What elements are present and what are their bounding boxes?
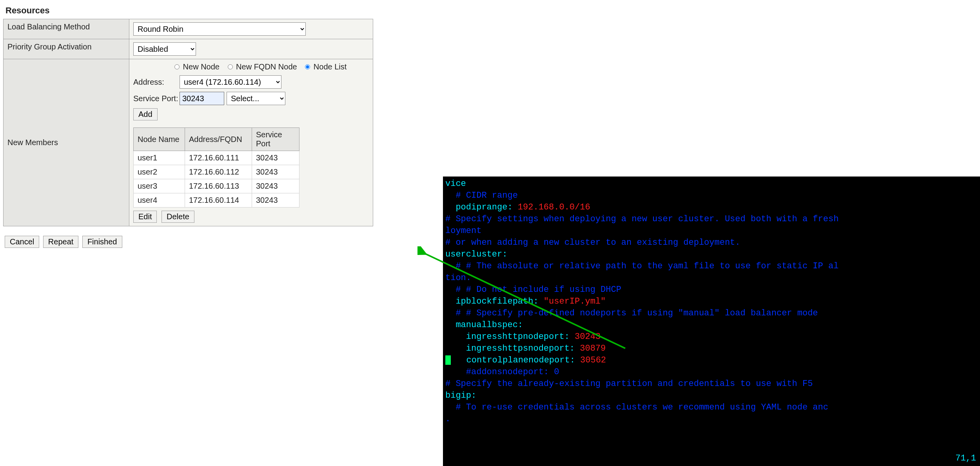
- edit-button[interactable]: Edit: [133, 211, 157, 223]
- add-button[interactable]: Add: [133, 108, 158, 120]
- terminal-line: # Specify the already-existing partition…: [445, 378, 978, 390]
- radio-new-node[interactable]: [174, 64, 180, 69]
- delete-button[interactable]: Delete: [162, 211, 194, 223]
- radio-new-node-label: New Node: [183, 62, 220, 71]
- terminal-line: ingresshttpnodeport: 30243: [445, 331, 978, 343]
- terminal-line: # # Specify pre-defined nodeports if usi…: [445, 308, 978, 319]
- terminal-line: # or when adding a new cluster to an exi…: [445, 237, 978, 249]
- cancel-button[interactable]: Cancel: [5, 236, 39, 248]
- terminal-line: # # The absolute or relative path to the…: [445, 260, 978, 272]
- pga-label: Priority Group Activation: [4, 39, 129, 59]
- members-header-1: Address/FQDN: [185, 128, 252, 151]
- terminal-line: .: [445, 413, 978, 425]
- radio-node-list[interactable]: [305, 64, 310, 69]
- resources-panel: Resources Load Balancing Method Round Ro…: [3, 4, 373, 250]
- members-table: Node NameAddress/FQDNService Port user11…: [133, 127, 299, 208]
- form-table: Load Balancing Method Round Robin Priori…: [3, 19, 373, 226]
- table-row[interactable]: user2172.16.60.11230243: [134, 165, 299, 179]
- table-row[interactable]: user1172.16.60.11130243: [134, 151, 299, 165]
- terminal-line: # To re-use credentials across clusters …: [445, 402, 978, 413]
- cell-addr: 172.16.60.114: [185, 193, 252, 208]
- terminal-line: ipblockfilepath: "userIP.yml": [445, 296, 978, 308]
- cell-port: 30243: [252, 151, 299, 165]
- terminal-line: manuallbspec:: [445, 319, 978, 331]
- radio-node-list-label: Node List: [314, 62, 347, 71]
- terminal: vice # CIDR range podiprange: 192.168.0.…: [443, 177, 980, 466]
- terminal-line: # CIDR range: [445, 190, 978, 202]
- members-header-0: Node Name: [134, 128, 185, 151]
- repeat-button[interactable]: Repeat: [43, 236, 79, 248]
- cell-name: user2: [134, 165, 185, 179]
- members-header-2: Service Port: [252, 128, 299, 151]
- terminal-line: vice: [445, 178, 978, 190]
- terminal-cursor-pos: 71,1: [955, 453, 976, 464]
- terminal-line: ingresshttpsnodeport: 30879: [445, 343, 978, 355]
- service-port-select[interactable]: Select...: [227, 92, 285, 105]
- terminal-line: bigip:: [445, 390, 978, 402]
- terminal-line: podiprange: 192.168.0.0/16: [445, 202, 978, 213]
- terminal-line: controlplanenodeport: 30562: [445, 355, 978, 366]
- table-row[interactable]: user3172.16.60.11330243: [134, 179, 299, 193]
- table-row[interactable]: user4172.16.60.11430243: [134, 193, 299, 208]
- cell-port: 30243: [252, 165, 299, 179]
- terminal-cursor: [445, 355, 451, 365]
- terminal-line: loyment: [445, 225, 978, 237]
- cell-addr: 172.16.60.113: [185, 179, 252, 193]
- cell-addr: 172.16.60.112: [185, 165, 252, 179]
- terminal-line: tion.: [445, 272, 978, 284]
- terminal-line: # Specify settings when deploying a new …: [445, 213, 978, 225]
- radio-new-fqdn-label: New FQDN Node: [236, 62, 297, 71]
- footer-buttons: Cancel Repeat Finished: [3, 233, 373, 250]
- terminal-line: #addonsnodeport: 0: [445, 366, 978, 378]
- cell-name: user4: [134, 193, 185, 208]
- lb-method-label: Load Balancing Method: [4, 19, 129, 39]
- finished-button[interactable]: Finished: [82, 236, 122, 248]
- section-title: Resources: [3, 4, 373, 19]
- cell-port: 30243: [252, 193, 299, 208]
- new-members-label: New Members: [4, 59, 129, 226]
- service-port-input[interactable]: [180, 92, 224, 105]
- lb-method-select[interactable]: Round Robin: [133, 22, 306, 36]
- cell-name: user1: [134, 151, 185, 165]
- terminal-line: # # Do not include if using DHCP: [445, 284, 978, 296]
- node-type-radios: New Node New FQDN Node Node List: [133, 62, 369, 71]
- cell-addr: 172.16.60.111: [185, 151, 252, 165]
- cell-port: 30243: [252, 179, 299, 193]
- address-label: Address:: [133, 78, 180, 87]
- pga-select[interactable]: Disabled: [133, 42, 196, 56]
- address-select[interactable]: user4 (172.16.60.114): [180, 75, 281, 89]
- cell-name: user3: [134, 179, 185, 193]
- service-port-label: Service Port:: [133, 94, 180, 103]
- terminal-line: usercluster:: [445, 249, 978, 260]
- radio-new-fqdn-node[interactable]: [228, 64, 233, 69]
